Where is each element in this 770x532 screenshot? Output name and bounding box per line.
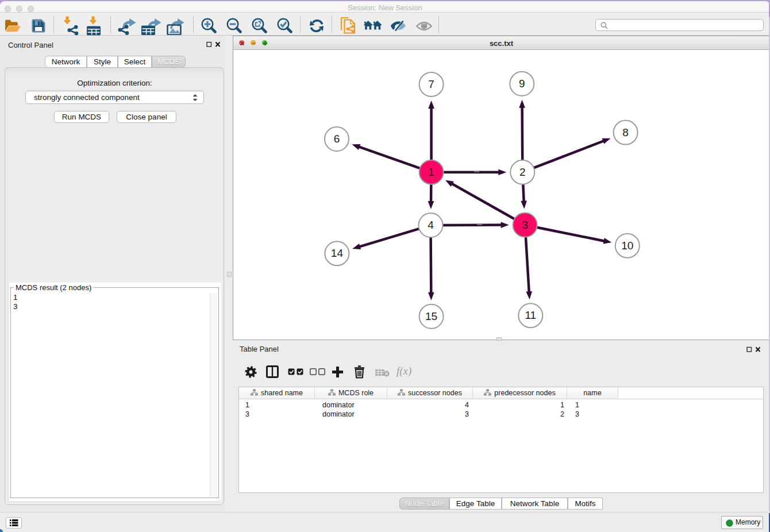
svg-text:6: 6 [334, 133, 340, 145]
svg-text:15: 15 [425, 310, 437, 322]
svg-text:8: 8 [622, 126, 629, 138]
svg-text:7: 7 [428, 78, 434, 90]
svg-text:10: 10 [621, 240, 633, 252]
svg-text:4: 4 [428, 219, 434, 231]
svg-text:2: 2 [519, 166, 526, 178]
svg-text:14: 14 [331, 247, 344, 259]
svg-text:11: 11 [525, 309, 536, 321]
svg-text:3: 3 [522, 219, 528, 231]
svg-text:1: 1 [428, 166, 434, 178]
svg-text:9: 9 [519, 78, 525, 90]
